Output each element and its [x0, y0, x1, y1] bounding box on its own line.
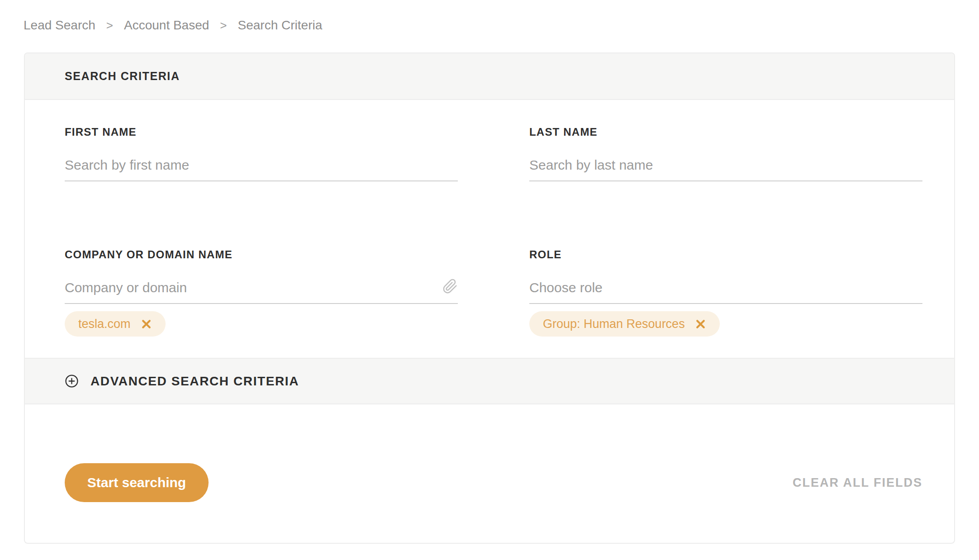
- plus-circle-icon: [65, 374, 79, 388]
- first-name-input-line: [65, 155, 458, 181]
- clear-all-fields-button[interactable]: CLEAR ALL FIELDS: [793, 476, 922, 490]
- search-fields: FIRST NAME LAST NAME COMPANY OR DOMAIN N…: [25, 100, 954, 358]
- first-name-input[interactable]: [65, 155, 458, 175]
- start-searching-button[interactable]: Start searching: [65, 463, 209, 502]
- last-name-input-line: [529, 155, 922, 181]
- advanced-search-label: ADVANCED SEARCH CRITERIA: [90, 374, 299, 389]
- first-name-label: FIRST NAME: [65, 125, 458, 139]
- company-tag: tesla.com: [65, 311, 166, 337]
- lead-search-page: Lead Search > Account Based > Search Cri…: [0, 0, 979, 560]
- field-first-name: FIRST NAME: [65, 100, 458, 203]
- breadcrumb-item-search-criteria: Search Criteria: [238, 18, 323, 33]
- role-label: ROLE: [529, 248, 922, 261]
- panel-header: SEARCH CRITERIA: [25, 53, 954, 100]
- last-name-input[interactable]: [529, 155, 922, 175]
- paperclip-icon[interactable]: [442, 279, 458, 294]
- remove-company-tag-icon[interactable]: [141, 318, 152, 330]
- panel-title: SEARCH CRITERIA: [65, 70, 180, 83]
- company-tags: tesla.com: [65, 311, 458, 337]
- company-label: COMPANY OR DOMAIN NAME: [65, 248, 458, 261]
- advanced-search-toggle[interactable]: ADVANCED SEARCH CRITERIA: [25, 358, 954, 404]
- company-input[interactable]: [65, 278, 442, 298]
- role-input-line: [529, 278, 922, 304]
- panel-footer: Start searching CLEAR ALL FIELDS: [25, 404, 954, 542]
- field-company: COMPANY OR DOMAIN NAME tesla.com: [65, 203, 458, 358]
- search-criteria-panel: SEARCH CRITERIA FIRST NAME LAST NAME COM…: [24, 52, 955, 544]
- role-input[interactable]: [529, 278, 922, 298]
- field-role: ROLE Group: Human Resources: [529, 203, 922, 358]
- role-tag-label: Group: Human Resources: [543, 317, 685, 331]
- breadcrumb-separator-icon: >: [220, 19, 227, 33]
- role-tag: Group: Human Resources: [529, 311, 720, 337]
- last-name-label: LAST NAME: [529, 125, 922, 139]
- breadcrumb-item-account-based[interactable]: Account Based: [124, 18, 209, 33]
- breadcrumb: Lead Search > Account Based > Search Cri…: [24, 18, 322, 33]
- company-tag-label: tesla.com: [78, 317, 131, 331]
- breadcrumb-separator-icon: >: [106, 19, 113, 33]
- company-input-line: [65, 278, 458, 304]
- role-tags: Group: Human Resources: [529, 311, 922, 337]
- breadcrumb-item-lead-search[interactable]: Lead Search: [24, 18, 95, 33]
- field-last-name: LAST NAME: [529, 100, 922, 203]
- remove-role-tag-icon[interactable]: [695, 318, 706, 330]
